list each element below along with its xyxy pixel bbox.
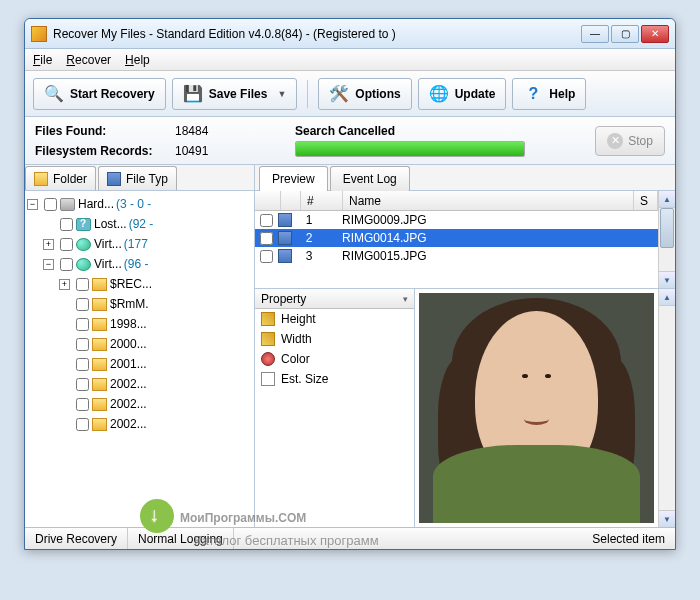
f-icon	[92, 358, 107, 371]
save-files-button[interactable]: 💾 Save Files ▼	[172, 78, 298, 110]
property-row[interactable]: Width	[255, 329, 414, 349]
menu-file[interactable]: File	[33, 53, 52, 67]
tree-node[interactable]: −Virt... (96 -	[27, 255, 252, 273]
tree-node[interactable]: 2001...	[27, 355, 252, 373]
titlebar[interactable]: Recover My Files - Standard Edition v4.0…	[25, 19, 675, 49]
scroll-up-icon[interactable]: ▲	[659, 289, 675, 306]
app-window: Recover My Files - Standard Edition v4.0…	[24, 18, 676, 550]
folder-tree[interactable]: −Hard... (3 - 0 -Lost... (92 -+Virt... (…	[25, 191, 254, 527]
preview-image	[419, 293, 654, 523]
floppy-icon: 💾	[183, 84, 203, 104]
stop-button[interactable]: ✕ Stop	[595, 126, 665, 156]
status-selected: Selected item	[582, 528, 675, 549]
tree-node[interactable]: 2002...	[27, 395, 252, 413]
property-row[interactable]: Color	[255, 349, 414, 369]
update-button[interactable]: 🌐 Update	[418, 78, 507, 110]
property-row[interactable]: Height	[255, 309, 414, 329]
file-checkbox[interactable]	[260, 232, 273, 245]
help-button[interactable]: ? Help	[512, 78, 586, 110]
tree-checkbox[interactable]	[76, 378, 89, 391]
tree-stat: (96 -	[124, 257, 149, 271]
scroll-down-icon[interactable]: ▼	[659, 271, 675, 288]
file-checkbox[interactable]	[260, 214, 273, 227]
f-icon	[92, 418, 107, 431]
status-mode: Drive Recovery	[25, 528, 128, 549]
fs-records-value: 10491	[175, 141, 208, 161]
tab-folder[interactable]: Folder	[25, 166, 96, 191]
file-name: RIMG0009.JPG	[324, 213, 427, 227]
property-pane: Property ▾ HeightWidthColorEst. Size	[255, 289, 415, 527]
preview-scrollbar[interactable]: ▲ ▼	[658, 289, 675, 527]
start-recovery-button[interactable]: 🔍 Start Recovery	[33, 78, 166, 110]
file-checkbox[interactable]	[260, 250, 273, 263]
tree-node[interactable]: −Hard... (3 - 0 -	[27, 195, 252, 213]
file-row[interactable]: 2RIMG0014.JPG	[255, 229, 658, 247]
tree-toggle[interactable]: −	[27, 199, 38, 210]
right-pane: Preview Event Log # Name S 1RIMG0009.JPG…	[255, 165, 675, 527]
tree-node[interactable]: Lost... (92 -	[27, 215, 252, 233]
tree-checkbox[interactable]	[76, 278, 89, 291]
tree-node[interactable]: 1998...	[27, 315, 252, 333]
start-recovery-label: Start Recovery	[70, 87, 155, 101]
tree-label: 2001...	[110, 357, 147, 371]
tree-checkbox[interactable]	[60, 218, 73, 231]
tree-node[interactable]: $RmM.	[27, 295, 252, 313]
tree-checkbox[interactable]	[76, 318, 89, 331]
help-label: Help	[549, 87, 575, 101]
tree-node[interactable]: 2002...	[27, 375, 252, 393]
close-button[interactable]: ✕	[641, 25, 669, 43]
menu-help[interactable]: Help	[125, 53, 150, 67]
fs-records-label: Filesystem Records:	[35, 141, 175, 161]
f-icon	[92, 338, 107, 351]
property-label: Color	[281, 352, 310, 366]
property-label: Height	[281, 312, 316, 326]
tree-checkbox[interactable]	[60, 258, 73, 271]
tree-checkbox[interactable]	[76, 358, 89, 371]
menu-recover[interactable]: Recover	[66, 53, 111, 67]
minimize-button[interactable]: —	[581, 25, 609, 43]
tree-node[interactable]: 2000...	[27, 335, 252, 353]
tab-filetype[interactable]: File Typ	[98, 166, 177, 191]
col-num[interactable]: #	[301, 191, 343, 210]
tree-label: Virt...	[94, 237, 122, 251]
tree-toggle[interactable]: +	[43, 239, 54, 250]
tree-label: 2002...	[110, 377, 147, 391]
tree-node[interactable]: +$REC...	[27, 275, 252, 293]
tree-checkbox[interactable]	[76, 398, 89, 411]
maximize-button[interactable]: ▢	[611, 25, 639, 43]
scroll-thumb[interactable]	[660, 208, 674, 248]
tab-filetype-label: File Typ	[126, 172, 168, 186]
tree-node[interactable]: 2002...	[27, 415, 252, 433]
tree-checkbox[interactable]	[44, 198, 57, 211]
tree-stat: (92 -	[129, 217, 154, 231]
col-s[interactable]: S	[634, 191, 658, 210]
file-list-header[interactable]: # Name S	[255, 191, 658, 211]
tab-preview[interactable]: Preview	[259, 166, 328, 191]
tree-checkbox[interactable]	[76, 298, 89, 311]
save-files-label: Save Files	[209, 87, 268, 101]
filetype-icon	[107, 172, 121, 186]
globe-icon: 🌐	[429, 84, 449, 104]
tree-checkbox[interactable]	[76, 338, 89, 351]
toolbar-separator	[307, 80, 308, 108]
chevron-down-icon: ▾	[403, 294, 408, 304]
property-header[interactable]: Property ▾	[255, 289, 414, 309]
scroll-down-icon[interactable]: ▼	[659, 510, 675, 527]
file-num: 2	[294, 231, 324, 245]
col-name[interactable]: Name	[343, 191, 634, 210]
property-row[interactable]: Est. Size	[255, 369, 414, 389]
file-list-scrollbar[interactable]: ▲ ▼	[658, 191, 675, 288]
gl-icon	[76, 258, 91, 271]
options-button[interactable]: 🛠️ Options	[318, 78, 411, 110]
tree-checkbox[interactable]	[60, 238, 73, 251]
stop-label: Stop	[628, 134, 653, 148]
file-row[interactable]: 3RIMG0015.JPG	[255, 247, 658, 265]
scroll-up-icon[interactable]: ▲	[659, 191, 675, 208]
status-log: Normal Logging	[128, 528, 234, 549]
tree-node[interactable]: +Virt... (177	[27, 235, 252, 253]
tab-event-log[interactable]: Event Log	[330, 166, 410, 191]
tree-toggle[interactable]: −	[43, 259, 54, 270]
tree-toggle[interactable]: +	[59, 279, 70, 290]
tree-checkbox[interactable]	[76, 418, 89, 431]
file-row[interactable]: 1RIMG0009.JPG	[255, 211, 658, 229]
